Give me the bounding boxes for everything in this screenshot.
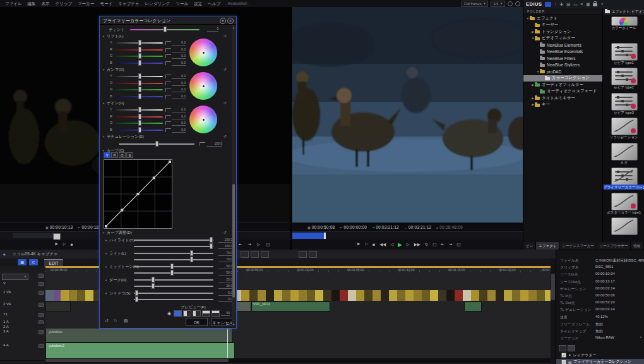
effect-thumbnail[interactable] <box>611 16 638 26</box>
spinner-icon[interactable] <box>165 108 171 112</box>
slider[interactable] <box>134 296 213 302</box>
slider-handle[interactable] <box>210 237 213 243</box>
transport-button[interactable]: ■ <box>373 240 375 250</box>
section-reset-icon[interactable]: ↺ <box>224 67 227 71</box>
effect-item-プライマリーカラーコレクション[interactable]: プライマリーカラーコレクション <box>603 166 644 191</box>
filmstrip-frame[interactable] <box>258 290 266 301</box>
ok-button[interactable]: OK <box>186 318 208 326</box>
slider-handle[interactable] <box>170 264 174 269</box>
slider[interactable] <box>116 107 163 112</box>
clip-vpc[interactable]: VPC_N011 <box>251 301 330 312</box>
tree-item-キー[interactable]: ▶キー <box>523 102 604 109</box>
scroll-up-icon[interactable]: ▲ <box>232 26 236 29</box>
up-folder-icon[interactable]: ↑ <box>554 2 556 6</box>
filmstrip-frame[interactable] <box>69 290 77 301</box>
transport-button[interactable]: ▶▶ <box>414 240 420 250</box>
filmstrip-frame[interactable] <box>241 290 249 301</box>
tree-item-ビデオフィルター[interactable]: ▼ビデオフィルター <box>523 35 604 42</box>
clip-gray[interactable] <box>236 301 251 312</box>
curve-tab-R[interactable]: R <box>111 152 118 158</box>
slider[interactable] <box>116 73 163 79</box>
track-body-3 A[interactable]: yukidoke <box>45 329 551 343</box>
monitor-toggle-icon[interactable] <box>508 1 513 6</box>
bin-tab-エフェクト[interactable]: エフェクト <box>536 242 559 250</box>
add-folder-icon[interactable]: ✚ <box>560 2 563 7</box>
preview-mode-split-1[interactable] <box>183 310 191 317</box>
track-header-V[interactable]: V <box>0 281 46 290</box>
slider-handle[interactable] <box>190 257 193 262</box>
clip-vpc2[interactable] <box>464 301 482 312</box>
effect-thumbnail[interactable] <box>611 143 638 161</box>
lock-icon[interactable] <box>593 3 597 6</box>
transport-button[interactable]: ◀◀ <box>379 240 386 250</box>
effect-item-セピア type2[interactable]: セピア type2 <box>603 66 644 91</box>
slider-handle[interactable] <box>138 120 141 126</box>
spinner-icon[interactable] <box>165 128 171 132</box>
menu-item-編集[interactable]: 編集 <box>25 0 39 7</box>
play-button[interactable]: ▶ <box>398 240 402 250</box>
menu-item-レンダリング[interactable]: レンダリング <box>143 0 173 7</box>
tree-item-タイトルミキサー[interactable]: ▶タイトルミキサー <box>523 95 604 102</box>
program-scrub-handle[interactable] <box>324 233 326 239</box>
tool-button-icon[interactable] <box>299 251 307 258</box>
transport-button[interactable]: ◱ <box>266 240 270 250</box>
transport-button[interactable]: ⚐ <box>364 240 368 250</box>
effect-thumbnail[interactable] <box>611 43 638 61</box>
slider[interactable] <box>134 290 213 296</box>
list-view-icon[interactable]: ≡ <box>580 2 583 6</box>
slider-handle[interactable] <box>190 250 193 256</box>
chevron-down-icon[interactable]: ▼ <box>640 336 642 343</box>
close-icon[interactable]: ✕ <box>227 18 234 24</box>
clip-yukidoke[interactable]: yukidoke <box>45 329 232 343</box>
tool-button-icon[interactable] <box>241 251 249 258</box>
palette-tab-icon[interactable] <box>559 345 566 351</box>
curve-grid[interactable] <box>104 160 172 228</box>
tree-item-NewBlue Essentials[interactable]: NewBlue Essentials <box>523 49 604 56</box>
effect-item-ネガ[interactable]: ネガ <box>603 142 644 166</box>
dialog-scrollbar[interactable] <box>232 25 236 327</box>
filmstrip-frame[interactable] <box>430 290 438 301</box>
track-toggle-icon[interactable] <box>39 291 44 295</box>
filmstrip-frame[interactable] <box>274 290 282 301</box>
transport-button[interactable]: ⇤ <box>239 240 242 250</box>
filmstrip-frame[interactable] <box>307 290 315 301</box>
curve-tab-G[interactable]: G <box>119 152 126 158</box>
transport-button[interactable]: ◁ <box>390 240 393 250</box>
section-reset-icon[interactable]: ↺ <box>224 230 227 234</box>
track-header-1 VA[interactable]: 1 VA <box>0 289 46 302</box>
delete-icon[interactable]: ▭ <box>573 2 577 7</box>
slider[interactable] <box>116 114 163 119</box>
filmstrip-frame[interactable] <box>520 290 528 301</box>
slider-handle[interactable] <box>135 296 138 302</box>
transport-button[interactable]: ⚐ <box>63 240 66 250</box>
slider-handle[interactable] <box>152 277 155 282</box>
transport-button[interactable]: ⇥ <box>247 240 251 250</box>
bin-tab-シーケンスマーカー[interactable]: シーケンスマーカー <box>559 242 597 250</box>
mode-toggle-icon[interactable]: ▦ <box>18 259 27 265</box>
section-arrow-icon[interactable]: ▼ <box>102 35 105 38</box>
spinner-icon[interactable] <box>165 88 171 92</box>
filmstrip-frame[interactable] <box>299 290 307 301</box>
redo-icon[interactable]: ↻ <box>114 318 117 324</box>
track-toggle-icon[interactable] <box>39 330 44 334</box>
filmstrip-frame[interactable] <box>446 290 455 301</box>
eye-icon[interactable]: ◉ <box>167 311 171 316</box>
transport-button[interactable]: ▷ <box>407 240 410 250</box>
filmstrip-frame[interactable] <box>290 290 299 301</box>
color-wheel[interactable] <box>189 39 217 66</box>
clip-tools-icon[interactable]: ▤ <box>566 2 570 7</box>
palette-tab2-icon[interactable] <box>568 345 575 351</box>
effect-item-カラーホイール[interactable]: カラーホイール <box>603 16 644 41</box>
slider[interactable] <box>116 60 163 66</box>
section-arrow-icon[interactable]: ▼ <box>105 239 107 242</box>
filmstrip-frame[interactable] <box>504 290 512 301</box>
monitor-settings-icon[interactable] <box>515 1 520 6</box>
slider-handle[interactable] <box>138 60 141 66</box>
spinner-icon[interactable] <box>200 142 205 146</box>
filmstrip-frame[interactable] <box>414 290 422 301</box>
slider-handle[interactable] <box>135 290 138 296</box>
spinner-icon[interactable] <box>165 82 171 85</box>
chevron-down-icon[interactable]: ▼ <box>600 3 603 6</box>
effect-item-セピア type3[interactable]: セピア type3 <box>603 92 644 116</box>
filmstrip-frame[interactable] <box>528 290 537 301</box>
